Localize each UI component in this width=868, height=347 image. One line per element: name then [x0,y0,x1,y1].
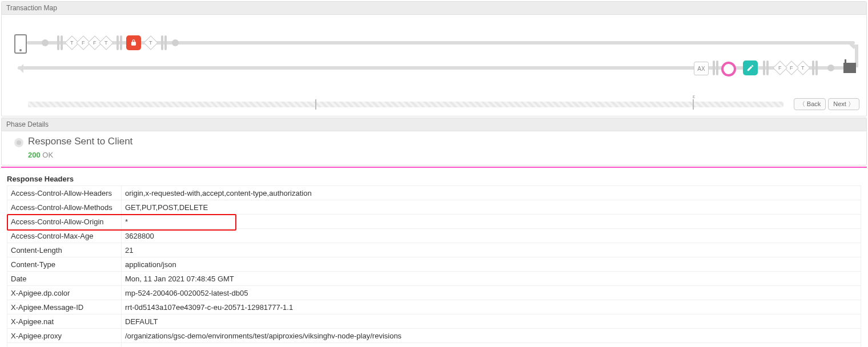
transaction-map-panel: Transaction Map TFFT T TFF AX [1,1,867,116]
flow-divider [116,35,123,50]
epsilon-label: ε [693,94,695,99]
transaction-map-body: TFFT T TFF AX [2,15,866,95]
timeline-row: ε 〈 Back Next 〉 [2,95,866,116]
target-icon[interactable] [843,63,856,73]
header-value: origin,x-requested-with,accept,content-t… [122,186,861,200]
header-value: 3628800 [122,229,861,243]
header-key: X-Apigee.Message-ID [7,300,122,314]
security-policy-icon[interactable] [126,35,141,50]
request-policy-group: TFFT [67,38,111,48]
policy-condition-icon[interactable]: F [773,60,787,75]
table-row: Content-Length21 [7,243,861,257]
phase-name: Response Sent to Client [28,136,859,147]
next-button[interactable]: Next 〉 [828,98,859,110]
header-value: DEFAULT [122,314,861,329]
status-text: OK [42,151,53,159]
table-row: Access-Control-Allow-MethodsGET,PUT,POST… [7,200,861,215]
phase-details-panel: Phase Details Response Sent to Client 20… [1,118,867,166]
transaction-map-title: Transaction Map [2,2,866,15]
flow-dot[interactable] [42,39,49,46]
table-row: X-Apigee.dp.colormp-524-200406-0020052-l… [7,286,861,300]
phase-details-title: Phase Details [2,118,866,131]
header-key: X-Apigee.proxy.basepath [7,343,122,348]
flow-dot[interactable] [172,39,179,46]
latency-timeline[interactable]: ε [28,102,783,107]
flow-divider [712,60,719,75]
response-headers-section: Response Headers Access-Control-Allow-He… [0,168,868,347]
policy-condition-icon[interactable]: T [99,35,113,50]
header-key: X-Apigee.dp.color [7,286,122,300]
flow-divider [811,60,818,75]
table-row: Access-Control-Allow-Origin* [7,215,861,229]
request-post-policy-group: T [146,38,156,48]
header-value: application/json [122,257,861,272]
response-headers-title: Response Headers [7,175,861,183]
selected-step-icon[interactable] [721,62,736,76]
header-value: Mon, 11 Jan 2021 07:48:45 GMT [122,272,861,286]
flow-dot[interactable] [827,64,834,71]
header-value: rrt-0d5143a107ee43097-c-eu-20571-1298177… [122,300,861,314]
header-key: Access-Control-Max-Age [7,229,122,243]
header-key: Date [7,272,122,286]
table-row: Access-Control-Allow-Headersorigin,x-req… [7,186,861,200]
analytics-step[interactable]: AX [694,62,709,75]
header-key: Content-Length [7,243,122,257]
header-key: Access-Control-Allow-Headers [7,186,122,200]
header-value: 21 [122,243,861,257]
header-key: X-Apigee.nat [7,314,122,329]
policy-condition-icon[interactable]: T [143,35,158,50]
table-row: X-Apigee.natDEFAULT [7,314,861,329]
header-value: * [122,215,861,229]
table-row: X-Apigee.Message-IDrrt-0d5143a107ee43097… [7,300,861,314]
assign-message-policy-icon[interactable] [743,60,758,75]
header-value: mp-524-200406-0020052-latest-db05 [122,286,861,300]
table-row: Access-Control-Max-Age3628800 [7,229,861,243]
header-value: /organizations/gsc-demo/environments/tes… [122,329,861,343]
status-code: 200 [28,151,41,159]
header-key: X-Apigee.proxy [7,329,122,343]
table-row: X-Apigee.proxy.basepath/viksinghv-node-p… [7,343,861,348]
phase-step-icon [14,138,23,147]
header-value: /viksinghv-node-play [122,343,861,348]
phase-status: 200 OK [28,151,859,159]
response-policy-group: TFF [775,63,808,73]
flow-divider [160,35,167,50]
client-icon[interactable] [14,34,27,54]
phase-details-body: Response Sent to Client 200 OK [2,131,866,165]
flow-divider [762,60,769,75]
flow-divider [57,35,63,50]
header-key: Access-Control-Allow-Methods [7,200,122,215]
response-headers-table: Access-Control-Allow-Headersorigin,x-req… [7,185,861,347]
table-row: Content-Typeapplication/json [7,257,861,272]
flow-arrow-down-icon [849,45,858,54]
header-key: Access-Control-Allow-Origin [7,215,122,229]
table-row: DateMon, 11 Jan 2021 07:48:45 GMT [7,272,861,286]
table-row: X-Apigee.proxy/organizations/gsc-demo/en… [7,329,861,343]
header-key: Content-Type [7,257,122,272]
back-button[interactable]: 〈 Back [794,98,826,110]
header-value: GET,PUT,POST,DELETE [122,200,861,215]
flow-arrow-left-icon [14,64,23,73]
